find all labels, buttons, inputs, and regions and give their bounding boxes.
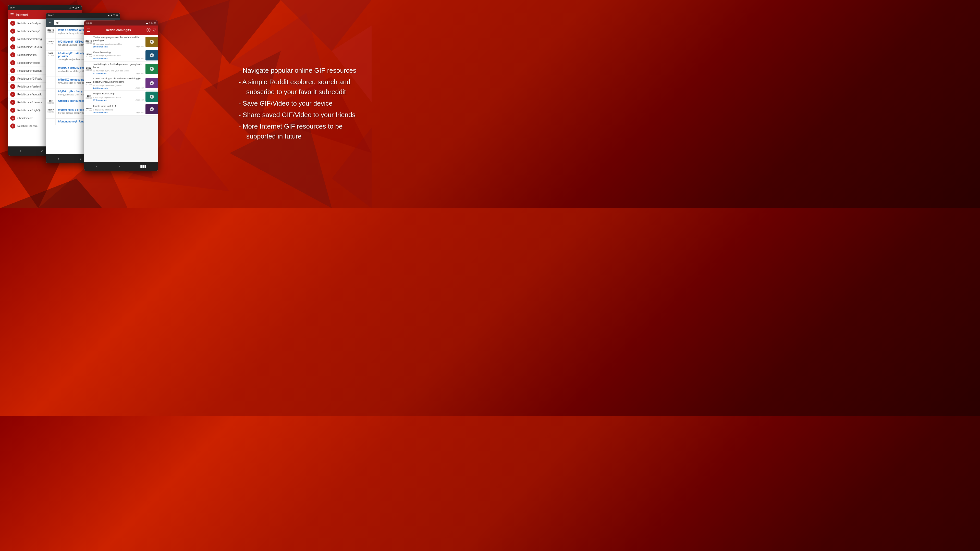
post-thumbnail: ▶ (145, 64, 158, 74)
phone3-toolbar: ☰ Reddit.com/r/gifs ⓘ ▽ (84, 25, 158, 35)
post-thumbnail: ▶ (145, 92, 158, 102)
reddit-icon: r (10, 44, 15, 49)
filter-icon[interactable]: ▽ (153, 27, 156, 33)
post-comments[interactable]: 41 Comments (93, 73, 107, 75)
reddit-post[interactable]: 1682 SCORE Just taking in a football gam… (84, 62, 158, 76)
back-button[interactable]: ‹ (58, 157, 59, 161)
reddit-icon: r (10, 37, 15, 41)
home-button[interactable]: ○ (118, 164, 120, 168)
post-score: 1682 SCORE (84, 67, 93, 71)
post-score: 19161 SCORE (84, 53, 93, 57)
post-score: 23346 SCORE (84, 40, 93, 44)
reddit-icon: r (10, 29, 15, 34)
phone3-status-icons: ☁ ✦ ❑ ✉ (146, 22, 156, 24)
reddit-icon: r (10, 76, 15, 81)
feature-item-2: - A simple Reddit explorer, search and (239, 77, 356, 87)
recents-button[interactable]: ▮▮▮ (140, 164, 146, 168)
phone3-posts-list: 23346 SCORE Yesterday's progress on the … (84, 35, 158, 116)
phone1-status-icons: ☁ ✦ ❑ ✉ (69, 6, 80, 9)
post-content: Conan dancing at his assistant's wedding… (93, 77, 145, 89)
phone3-bottom-nav: ‹ ○ ▮▮▮ (84, 162, 158, 171)
reddit-icon: r (10, 21, 15, 26)
play-icon: ▶ (150, 40, 154, 44)
play-icon: ▶ (150, 95, 154, 99)
post-thumbnail: ▶ (145, 104, 158, 114)
feature-item-5b: supported in future (239, 131, 356, 141)
phones-container: 16:44 ☁ ✦ ❑ ✉ ☰ Internet r Reddit.com/r/… (8, 5, 82, 156)
post-score: 31057 SCORE (84, 107, 93, 111)
home-button[interactable]: ○ (41, 149, 43, 153)
post-thumbnail: ▶ (145, 37, 158, 47)
play-icon: ▶ (150, 67, 154, 71)
info-icon[interactable]: ⓘ (146, 27, 151, 33)
phone1-toolbar-title: Internet (16, 13, 28, 17)
play-icon: ▶ (150, 107, 154, 111)
feature-item-3: - Save GIF/Video to your device (239, 98, 356, 108)
post-source: i.imgur.com (135, 46, 144, 48)
post-content: Just taking in a football game and going… (93, 63, 145, 75)
reddit-icon: r (10, 52, 15, 57)
play-icon: ▶ (150, 81, 154, 85)
post-score: 6639 SCORE (84, 81, 93, 86)
phone3-subreddit-title: Reddit.com/r/gifs (106, 28, 131, 32)
home-button[interactable]: ○ (80, 157, 81, 161)
post-source: i.imgur.com (135, 73, 144, 75)
post-source: i.imgur.com (135, 111, 144, 114)
post-comments[interactable]: 17 Comments (93, 99, 107, 101)
reddit-icon: r (10, 100, 15, 105)
phone2-status-icons: ☁ ✦ ❑ ✉ (107, 14, 118, 17)
post-thumbnail: ▶ (145, 50, 158, 60)
reddit-icon: r (10, 60, 15, 65)
back-icon[interactable]: ← (48, 21, 52, 24)
reddit-post[interactable]: 6639 SCORE Conan dancing at his assistan… (84, 76, 158, 91)
feature-item-2b: subscribe to your favorit subreddit (239, 87, 356, 97)
reddit-icon: r (10, 92, 15, 97)
hamburger-icon[interactable]: ☰ (10, 13, 14, 17)
phone2-status-bar: 16:42 ☁ ✦ ❑ ✉ (46, 13, 120, 18)
phone3: 16:43 ☁ ✦ ❑ ✉ ☰ Reddit.com/r/gifs ⓘ ▽ 23… (84, 21, 158, 171)
play-icon: ▶ (150, 53, 154, 57)
post-comments[interactable]: 248 Comments (93, 87, 108, 89)
post-content: Magical Book Lamp 4 hours ago by princes… (93, 92, 145, 101)
post-content: Yesterday's progress on the skateboard I… (93, 36, 145, 48)
post-content: Cave Swimming! 19 hours ago by PedroNati… (93, 51, 145, 60)
post-score: 163 SCORE (84, 95, 93, 99)
feature-panel: - Navigate popular online GIF resources … (239, 65, 356, 143)
phone1-time: 16:44 (10, 6, 16, 9)
reddit-post[interactable]: 19161 SCORE Cave Swimming! 19 hours ago … (84, 49, 158, 62)
menu-icon[interactable]: ☰ (87, 28, 90, 33)
reddit-icon: r (10, 108, 15, 113)
post-content: Initiate jump in 3, 2, 1 1 day ago by mf… (93, 105, 145, 114)
post-comments[interactable]: 295 Comments (93, 46, 108, 48)
post-source: i.imgur.com (135, 57, 144, 60)
post-source: i.imgur.com (135, 99, 144, 101)
site-icon: R (10, 124, 15, 129)
post-thumbnail: ▶ (145, 78, 158, 88)
back-button[interactable]: ‹ (20, 149, 21, 153)
reddit-post[interactable]: 31057 SCORE Initiate jump in 3, 2, 1 1 d… (84, 103, 158, 116)
feature-item-5: - More Internet GIF resources to be (239, 121, 356, 131)
reddit-post[interactable]: 163 SCORE Magical Book Lamp 4 hours ago … (84, 91, 158, 103)
phone3-time: 16:43 (86, 22, 92, 24)
reddit-icon: r (10, 84, 15, 89)
phone2-time: 16:42 (48, 14, 54, 17)
site-icon: G (10, 116, 15, 121)
phone1-status-bar: 16:44 ☁ ✦ ❑ ✉ (8, 5, 82, 10)
post-comments[interactable]: 488 Comments (93, 57, 108, 60)
back-button[interactable]: ‹ (96, 164, 97, 168)
post-source: i.imgur.com (135, 87, 144, 89)
reddit-post[interactable]: 23346 SCORE Yesterday's progress on the … (84, 35, 158, 49)
reddit-icon: r (10, 68, 15, 73)
post-comments[interactable]: 284 Comments (93, 111, 108, 114)
feature-item-1: - Navigate popular online GIF resources (239, 65, 356, 76)
feature-item-4: - Share saved GIF/Video to your friends (239, 110, 356, 120)
phone3-status-bar: 16:43 ☁ ✦ ❑ ✉ (84, 21, 158, 25)
